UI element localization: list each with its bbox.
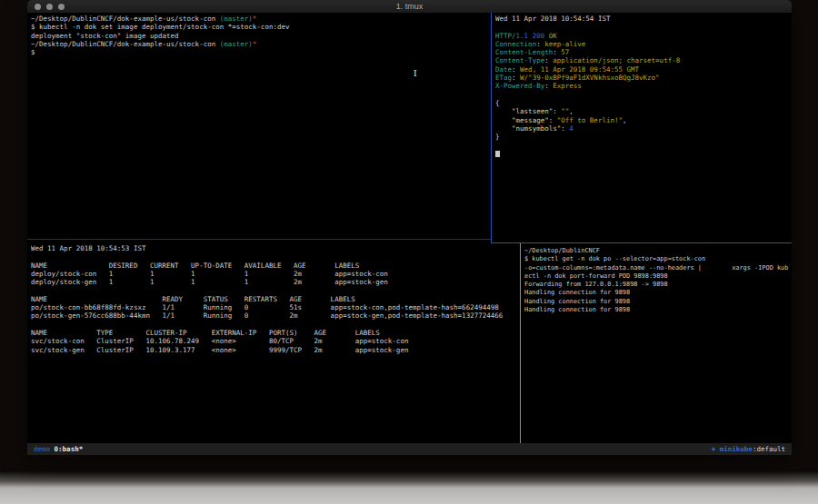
text-segment: } — [495, 133, 500, 141]
text-segment: deployment "stock-con" image updated — [31, 32, 179, 40]
terminal-line: Content-Type: application/json; charset=… — [495, 56, 790, 64]
session-name: demo — [34, 445, 50, 453]
text-segment: Wed 11 Apr 2018 10:54:53 IST — [31, 244, 145, 252]
text-segment: po/stock-gen-576cc688bb-44kmn 1/1 Runnin… — [31, 311, 503, 320]
minimize-button[interactable] — [46, 4, 53, 10]
text-segment: "" — [561, 107, 569, 115]
terminal-line: Handling connection for 9898 — [524, 306, 790, 314]
text-segment: Content-Length — [495, 48, 553, 56]
terminal-line — [495, 150, 790, 158]
text-segment: ETag — [495, 74, 512, 82]
text-segment: 4 — [569, 124, 574, 133]
text-segment: W/"39-0xBPf9aF1dXVNkhsxoBQgJ8vKzo" — [520, 74, 660, 82]
close-button[interactable] — [35, 4, 41, 10]
terminal-line: $ kubectl get -n dok po --selector=app=s… — [524, 255, 790, 263]
text-segment: { — [495, 99, 500, 107]
pane-http-response-top-right[interactable]: Wed 11 Apr 2018 10:54:54 IST HTTP/1.1 20… — [495, 15, 790, 242]
text-segment: $ kubectl -n dok set image deployment/st… — [31, 23, 289, 31]
pane-divider-vertical-top[interactable] — [491, 13, 492, 242]
text-segment — [495, 116, 512, 124]
terminal-window: 1. tmux ~/Desktop/DublinCNCF/dok-example… — [27, 0, 792, 455]
terminal-line: $ — [31, 48, 489, 56]
traffic-lights — [35, 4, 65, 10]
terminal-line: NAME TYPE CLUSTER-IP EXTERNAL-IP PORT(S)… — [31, 329, 518, 337]
terminal-line: Handling connection for 9898 — [524, 289, 790, 297]
text-segment: 1.1 200 — [516, 32, 545, 40]
kube-context: minikube — [720, 445, 753, 453]
terminal-line — [495, 23, 790, 31]
terminal-line: po/stock-con-bb68f88fd-kzsxz 1/1 Running… — [31, 303, 518, 311]
pane-port-forward-bottom-right[interactable]: ~/Desktop/DublinCNCF$ kubectl get -n dok… — [524, 247, 790, 441]
terminal-line: svc/stock-con ClusterIP 10.106.78.249 <n… — [31, 337, 518, 345]
terminal-line: Forwarding from 127.0.0.1:9898 -> 9898 — [524, 281, 790, 289]
text-segment: : — [512, 65, 520, 74]
pane-divider-vertical-bottom[interactable] — [520, 243, 521, 443]
terminal-line — [495, 91, 790, 99]
pane-kubectl-watch-bottom-left[interactable]: Wed 11 Apr 2018 10:54:53 IST NAME DESIRE… — [31, 244, 518, 442]
text-segment — [495, 124, 512, 133]
terminal-line: deploy/stock-gen 1 1 1 1 2m app=stock-ge… — [31, 278, 518, 286]
terminal-line: ~/Desktop/DublinCNCF — [524, 247, 790, 255]
title-bar[interactable]: 1. tmux — [27, 0, 792, 13]
pane-shell-top-left[interactable]: ~/Desktop/DublinCNCF/dok-example-us/stoc… — [31, 15, 489, 238]
status-right: ⎈ minikube:default — [712, 443, 785, 455]
text-segment: NAME TYPE CLUSTER-IP EXTERNAL-IP PORT(S)… — [31, 329, 380, 337]
text-segment: : — [561, 124, 569, 133]
text-segment: ~/Desktop/DublinCNCF/dok-example-us/stoc… — [31, 40, 220, 48]
text-segment: Wed, 11 Apr 2018 09:54:55 GMT — [520, 65, 639, 74]
text-segment: NAME READY STATUS RESTARTS AGE LABELS — [31, 295, 355, 303]
block-cursor — [495, 151, 500, 158]
terminal-line: { — [495, 99, 790, 107]
zoom-button[interactable] — [58, 4, 65, 10]
terminal-line: ~/Desktop/DublinCNCF/dok-example-us/stoc… — [31, 40, 489, 48]
terminal-line: "lastseen": "", — [495, 107, 790, 115]
text-segment: : — [549, 116, 557, 124]
text-segment: : — [553, 48, 561, 56]
text-segment: Date — [495, 65, 512, 74]
text-segment: X-Powered-By — [495, 82, 544, 90]
text-segment: application/json; charset=utf-8 — [553, 56, 680, 64]
text-segment: : — [553, 107, 561, 115]
text-segment: deploy/stock-gen 1 1 1 1 2m app=stock-ge… — [31, 278, 388, 286]
text-segment: ectl -n dok port-forward POD 9898:9898 — [524, 272, 668, 280]
text-segment: $ — [31, 48, 35, 56]
text-segment: "lastseen" — [512, 107, 553, 115]
text-segment: keep-alive — [544, 40, 585, 48]
text-segment: Handling connection for 9898 — [524, 289, 630, 296]
text-segment: Wed 11 Apr 2018 10:54:54 IST — [495, 15, 610, 23]
window-title: 1. tmux — [396, 2, 424, 11]
terminal-line: $ kubectl -n dok set image deployment/st… — [31, 23, 489, 31]
terminal-line: NAME READY STATUS RESTARTS AGE LABELS — [31, 295, 518, 303]
terminal-line: NAME DESIRED CURRENT UP-TO-DATE AVAILABL… — [31, 262, 518, 270]
text-segment: (master) — [220, 40, 253, 48]
text-segment: OK — [544, 32, 557, 40]
text-segment: , — [569, 107, 574, 115]
text-segment: Express — [553, 82, 582, 90]
text-segment: "numsymbols" — [512, 124, 561, 133]
terminal-line — [31, 286, 518, 294]
text-segment: svc/stock-con ClusterIP 10.106.78.249 <n… — [31, 337, 408, 345]
text-segment — [495, 107, 512, 115]
terminal-line: "message": "Off to Berlin!", — [495, 116, 790, 124]
window-item-bash[interactable]: 0:bash* — [55, 445, 84, 453]
tmux-content: ~/Desktop/DublinCNCF/dok-example-us/stoc… — [27, 13, 792, 443]
pane-divider-horizontal-right[interactable] — [491, 242, 792, 243]
text-segment: deploy/stock-con 1 1 1 1 2m app=stock-co… — [31, 270, 388, 278]
terminal-line: "numsymbols": 4 — [495, 124, 790, 133]
text-segment: , — [623, 116, 627, 124]
text-segment: po/stock-con-bb68f88fd-kzsxz 1/1 Running… — [31, 303, 499, 311]
terminal-line: ~/Desktop/DublinCNCF/dok-example-us/stoc… — [31, 15, 489, 23]
text-segment: Handling connection for 9898 — [524, 298, 630, 305]
status-left: demo 0:bash* — [34, 443, 83, 455]
text-segment: Forwarding from 127.0.0.1:9898 -> 9898 — [524, 281, 668, 288]
tmux-status-bar: demo 0:bash* ⎈ minikube:default — [27, 443, 792, 455]
text-segment: NAME DESIRED CURRENT UP-TO-DATE AVAILABL… — [31, 262, 359, 270]
text-segment: HTTP/ — [495, 32, 516, 40]
pane-divider-horizontal-left[interactable] — [27, 239, 491, 240]
text-segment: svc/stock-gen ClusterIP 10.109.3.177 <no… — [31, 346, 408, 354]
terminal-line: ectl -n dok port-forward POD 9898:9898 — [524, 272, 790, 281]
text-segment: "Off to Berlin!" — [557, 116, 623, 124]
terminal-line: deploy/stock-con 1 1 1 1 2m app=stock-co… — [31, 270, 518, 278]
terminal-line: po/stock-gen-576cc688bb-44kmn 1/1 Runnin… — [31, 311, 518, 320]
text-segment: * — [253, 40, 257, 48]
